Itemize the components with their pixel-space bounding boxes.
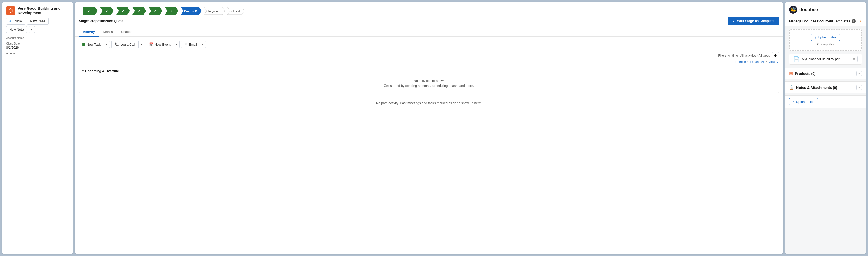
- amount-field: Amount: [6, 52, 69, 55]
- svg-text:Closed: Closed: [231, 9, 240, 13]
- stage-active: Proposal/...: [179, 7, 202, 15]
- event-icon: 📅: [149, 42, 153, 46]
- notes-dropdown[interactable]: ▾: [856, 85, 862, 90]
- field-group: Account Name Close Date 8/1/2026 Amount: [6, 36, 69, 55]
- upcoming-title: Upcoming & Overdue: [85, 69, 119, 73]
- upload-bottom-icon: ↑: [793, 100, 795, 104]
- new-task-dropdown[interactable]: ▾: [104, 41, 110, 48]
- new-task-group: ☰ New Task ▾: [79, 41, 110, 48]
- file-row: 📄 MyUploadedFile-NEW.pdf ✏: [789, 54, 862, 64]
- email-button[interactable]: ✉ Email: [181, 41, 200, 48]
- drop-text: Or drop files: [794, 42, 857, 46]
- no-activities-line2: Get started by sending an email, schedul…: [83, 84, 775, 88]
- new-note-button[interactable]: New Note: [6, 26, 27, 33]
- products-section-header[interactable]: ▦ Products (0) ▾: [785, 68, 866, 79]
- log-call-button[interactable]: 📞 Log a Call: [112, 41, 138, 48]
- expand-all-link[interactable]: Expand All: [750, 60, 764, 64]
- more-actions-dropdown[interactable]: ▾: [29, 26, 35, 33]
- email-icon: ✉: [185, 42, 187, 46]
- stage-closed: Closed: [225, 7, 244, 15]
- tab-chatter[interactable]: Chatter: [117, 27, 136, 37]
- filters-row: Filters: All time · All activities · All…: [79, 52, 779, 59]
- stage-negotiating: Negotiati...: [202, 7, 225, 15]
- log-call-dropdown[interactable]: ▾: [138, 41, 144, 48]
- stages-container: ✓ ✓ ✓ ✓ ✓: [79, 5, 779, 15]
- email-group: ✉ Email ▾: [181, 41, 206, 48]
- follow-button[interactable]: + Follow: [6, 18, 25, 25]
- tab-details[interactable]: Details: [99, 27, 117, 37]
- docubee-manage-row: Manage Docubee Document Templates i →: [785, 17, 866, 26]
- docubee-logo-icon: 🐝: [789, 5, 797, 13]
- call-icon: 📞: [115, 42, 119, 46]
- right-panel: 🐝 docubee Manage Docubee Document Templa…: [785, 2, 866, 254]
- docubee-header: 🐝 docubee: [785, 2, 866, 17]
- activity-actions: ☰ New Task ▾ 📞 Log a Call ▾ 📅 New Even: [79, 41, 779, 48]
- arrow-right-icon: →: [857, 19, 862, 24]
- notes-title: Notes & Attachments (0): [796, 86, 837, 90]
- filters-text: Filters: All time · All activities · All…: [718, 54, 770, 57]
- close-date-label: Close Date: [6, 42, 69, 45]
- file-icon: 📄: [794, 56, 800, 62]
- left-panel: Very Good Building and Development + Fol…: [2, 2, 73, 254]
- upload-icon: ↑: [815, 35, 817, 39]
- filter-gear-button[interactable]: ⚙: [772, 52, 779, 59]
- products-title: Products (0): [795, 72, 816, 76]
- amount-label: Amount: [6, 52, 69, 55]
- new-event-dropdown[interactable]: ▾: [174, 41, 180, 48]
- plus-icon: +: [9, 19, 11, 23]
- new-task-button[interactable]: ☰ New Task: [79, 41, 104, 48]
- past-activity: No past activity. Past meetings and task…: [79, 99, 779, 107]
- no-activities-line1: No activities to show.: [83, 79, 775, 83]
- info-icon: i: [851, 19, 856, 23]
- stage-2: ✓: [98, 7, 114, 15]
- docubee-title: docubee: [799, 7, 818, 12]
- svg-text:Negotiati...: Negotiati...: [208, 9, 222, 13]
- refresh-link[interactable]: Refresh: [735, 60, 746, 64]
- left-header: Very Good Building and Development: [6, 6, 69, 15]
- mark-complete-button[interactable]: ✓ Mark Stage as Complete: [728, 17, 779, 25]
- stage-bar: ✓ ✓ ✓ ✓ ✓: [75, 2, 783, 15]
- close-date-value: 8/1/2026: [6, 46, 69, 49]
- upcoming-header[interactable]: ▾ Upcoming & Overdue: [79, 67, 779, 75]
- svg-text:✓: ✓: [170, 9, 173, 13]
- upload-files-button[interactable]: ↑ Upload Files: [811, 34, 840, 41]
- view-all-link[interactable]: View All: [768, 60, 779, 64]
- svg-text:✓: ✓: [138, 9, 141, 13]
- notes-section-header[interactable]: 📋 Notes & Attachments (0) ▾: [785, 82, 866, 93]
- bottom-upload-area: ↑ Upload Files: [785, 95, 866, 108]
- svg-text:✓: ✓: [154, 9, 157, 13]
- products-dropdown[interactable]: ▾: [856, 71, 862, 76]
- notes-section: 📋 Notes & Attachments (0) ▾: [785, 82, 866, 93]
- brand-icon: [6, 6, 15, 15]
- account-name-field: Account Name: [6, 36, 69, 39]
- dot-sep-2: •: [766, 60, 767, 64]
- divider: [79, 96, 779, 96]
- bee-icon: 🐝: [790, 7, 797, 13]
- account-name-label: Account Name: [6, 36, 69, 39]
- stage-1: ✓: [83, 7, 98, 15]
- tabs-row: Activity Details Chatter: [75, 27, 783, 37]
- svg-text:Proposal/...: Proposal/...: [184, 9, 199, 13]
- close-date-field: Close Date 8/1/2026: [6, 42, 69, 49]
- svg-text:✓: ✓: [88, 9, 91, 13]
- upload-area: ↑ Upload Files Or drop files: [789, 29, 862, 51]
- log-call-group: 📞 Log a Call ▾: [112, 41, 144, 48]
- email-dropdown[interactable]: ▾: [200, 41, 206, 48]
- products-section: ▦ Products (0) ▾: [785, 67, 866, 80]
- manage-text: Manage Docubee Document Templates: [789, 19, 850, 23]
- action-buttons-row: + Follow New Case New Note ▾: [6, 18, 69, 33]
- dot-sep-1: •: [747, 60, 748, 64]
- new-case-button[interactable]: New Case: [27, 18, 49, 25]
- edit-file-button[interactable]: ✏: [851, 56, 858, 62]
- company-name: Very Good Building and Development: [18, 6, 69, 15]
- stage-5: ✓: [147, 7, 162, 15]
- upcoming-chevron-icon: ▾: [82, 69, 84, 73]
- upload-files-bottom-button[interactable]: ↑ Upload Files: [789, 98, 818, 106]
- upcoming-section: ▾ Upcoming & Overdue No activities to sh…: [79, 67, 779, 93]
- svg-text:✓: ✓: [122, 9, 125, 13]
- checkmark-icon: ✓: [732, 19, 735, 23]
- stage-4: ✓: [130, 7, 146, 15]
- tab-activity[interactable]: Activity: [79, 27, 99, 37]
- activity-area: ☰ New Task ▾ 📞 Log a Call ▾ 📅 New Even: [75, 37, 783, 254]
- new-event-button[interactable]: 📅 New Event: [146, 41, 174, 48]
